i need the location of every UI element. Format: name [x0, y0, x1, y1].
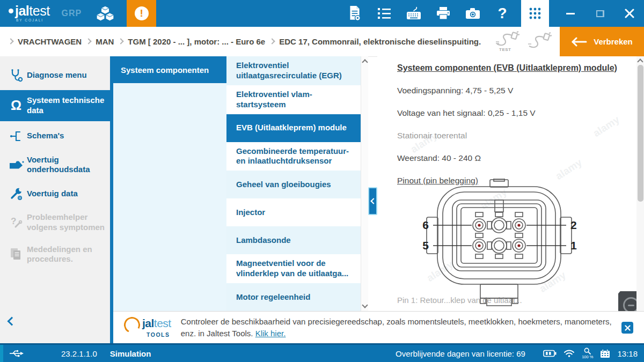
version-label: 23.2.1.1.0	[61, 349, 97, 358]
disconnect-button[interactable]: Verbreken	[560, 27, 644, 56]
chevron-left-icon	[370, 198, 376, 204]
camera-icon[interactable]	[465, 5, 481, 22]
documents-icon	[5, 247, 27, 261]
klik-hier-link[interactable]: Klik hier.	[255, 329, 286, 338]
license-days-label: Overblijvende dagen van licentie: 69	[396, 349, 525, 358]
sidebar-item-label: Probleemhelper volgens symptomen	[27, 212, 107, 233]
detail-scrollbar-thumb[interactable]	[638, 65, 643, 202]
zoom-level: 100 %	[582, 355, 593, 359]
sidebar-item-label: Voertuig onderhoudsdata	[27, 155, 107, 175]
battery-icon	[543, 350, 557, 357]
jaltest-logo: jal test BY COJALI	[9, 4, 50, 23]
watermark-badge	[618, 291, 636, 311]
top-bar: jal test BY COJALI GRP !	[0, 0, 644, 27]
zoom-indicator: 100 %	[582, 348, 593, 359]
test-label: TEST	[499, 47, 511, 52]
sidebar-collapse-button[interactable]	[9, 318, 19, 329]
component-item[interactable]: Elektroventiel uitlaatgasrecirculatie (E…	[226, 56, 361, 85]
component-item[interactable]: Elektroventiel vlam-startsysteem	[226, 85, 361, 114]
scroll-up-icon[interactable]	[638, 60, 642, 64]
component-list-scrollbar[interactable]	[361, 56, 368, 311]
sidebar-item-schemas[interactable]: Schema's	[0, 124, 110, 149]
spec-signal-voltage: Voltage van het signaal: 0,25 - 1,15 V	[397, 108, 636, 118]
sidebar-item-diagnose-menu[interactable]: Diagnose menu	[0, 63, 110, 87]
restore-button[interactable]	[592, 5, 608, 22]
logo-text-jal: jal	[15, 4, 29, 18]
omega-icon: Ω	[5, 99, 27, 112]
connection-status-icons: TEST	[495, 31, 552, 53]
status-accent	[0, 345, 3, 362]
detail-title: Systeem componenten (EVB (Uitlaatkleprem…	[397, 63, 636, 73]
wrench-icon	[5, 187, 27, 201]
pin-label-1: 1	[570, 239, 577, 252]
component-item[interactable]: Magneetventiel voor de vlinderklep van d…	[226, 254, 361, 283]
chevron-right-icon	[269, 38, 275, 44]
breadcrumb-system[interactable]: EDC 17, Commonrail, elektronische diesel…	[279, 37, 481, 46]
logo-dot-icon	[9, 9, 13, 13]
chevron-right-icon	[86, 38, 92, 44]
svg-text:?: ?	[11, 216, 16, 226]
component-item[interactable]: Injector	[226, 198, 361, 226]
scroll-down-icon[interactable]	[363, 303, 367, 307]
jaltest-app-window: jal test BY COJALI GRP !	[0, 0, 644, 362]
main-sidebar: Diagnose menu Ω Systeem technische data …	[0, 56, 110, 343]
breadcrumb-bar: VRACHTWAGEN MAN TGM [ 2020 - ... ], moto…	[0, 27, 644, 57]
alert-button[interactable]: !	[127, 0, 156, 27]
alert-icon: !	[135, 6, 149, 20]
component-list: Elektroventiel uitlaatgasrecirculatie (E…	[226, 56, 361, 311]
report-icon[interactable]	[347, 5, 363, 22]
close-button[interactable]	[621, 5, 638, 22]
disconnect-label: Verbreken	[594, 37, 633, 46]
magnifier-icon	[584, 348, 591, 354]
clock-label: 13:18	[617, 349, 638, 358]
sidebar-item-label: Mededelingen en procedures.	[27, 245, 107, 265]
breadcrumb-vehicle-type[interactable]: VRACHTWAGEN	[18, 37, 82, 46]
minimize-button[interactable]	[562, 5, 579, 22]
spec-idle-speed: Stationair toerental	[397, 131, 636, 141]
close-icon	[625, 325, 631, 331]
breadcrumb-model[interactable]: TGM [ 2020 - ... ], motor: ... - Euro 6e	[128, 37, 265, 46]
question-wrench-icon: ?	[5, 216, 27, 230]
cubes-icon[interactable]	[96, 5, 115, 22]
logo-subtext: BY COJALI	[16, 19, 50, 23]
component-item[interactable]: Gecombineerde temperatuur- en inlaatluch…	[226, 142, 361, 171]
component-item[interactable]: Geheel van gloeibougies	[226, 171, 361, 198]
wifi-icon	[564, 349, 575, 358]
sidebar-item-label: Systeem technische data	[27, 95, 107, 116]
detail-panel: Systeem componenten (EVB (Uitlaatkleprem…	[377, 56, 636, 311]
grp-label: GRP	[62, 9, 82, 18]
sidebar-item-systeem-technische-data[interactable]: Ω Systeem technische data	[0, 90, 110, 121]
checklist-icon[interactable]	[376, 5, 392, 22]
keyboard-icon[interactable]	[406, 5, 422, 22]
sidebar-item-label: Diagnose menu	[27, 70, 87, 80]
sidebar-item-mededelingen: Mededelingen en procedures.	[0, 239, 110, 270]
help-icon[interactable]: ?	[494, 5, 510, 22]
usb-icon	[9, 349, 24, 358]
scroll-up-icon[interactable]	[363, 60, 367, 64]
group-item-systeem-componenten[interactable]: Systeem componenten	[113, 56, 226, 83]
notification-message: Controleer de beschikbaarheid van precis…	[181, 316, 625, 339]
stethoscope-icon	[5, 68, 27, 82]
status-bar: 23.2.1.1.0 Simulation Overblijvende dage…	[0, 343, 644, 362]
sidebar-item-voertuig-data[interactable]: Voertuig data	[0, 181, 110, 206]
printer-icon[interactable]	[435, 5, 451, 22]
breadcrumb-make[interactable]: MAN	[96, 37, 114, 46]
chevron-right-icon	[8, 38, 13, 44]
notification-close-button[interactable]	[621, 322, 633, 334]
sidebar-item-label: Schema's	[27, 131, 64, 141]
toolbar-icons: ?	[333, 0, 644, 27]
tools-logo-icon	[122, 315, 142, 335]
pin-label-5: 5	[422, 239, 429, 252]
group-label: Systeem componenten	[121, 65, 209, 75]
component-item[interactable]: Lambdasonde	[226, 226, 361, 254]
apps-grid-icon[interactable]	[521, 0, 549, 27]
panel-collapse-handle[interactable]	[368, 187, 377, 215]
logo-text-test: test	[29, 4, 49, 18]
tools-notification-bar: jal test TOOLS Controleer de beschikbaar…	[113, 311, 644, 343]
sidebar-item-voertuig-onderhoudsdata[interactable]: Voertuig onderhoudsdata	[0, 150, 110, 181]
restore-icon	[596, 10, 604, 17]
mode-label: Simulation	[110, 349, 151, 358]
component-item[interactable]: Motor regeleenheid	[226, 283, 361, 311]
breadcrumb: VRACHTWAGEN MAN TGM [ 2020 - ... ], moto…	[9, 27, 481, 56]
component-item-selected[interactable]: EVB (Uitlaatkleprem) module	[226, 114, 361, 142]
